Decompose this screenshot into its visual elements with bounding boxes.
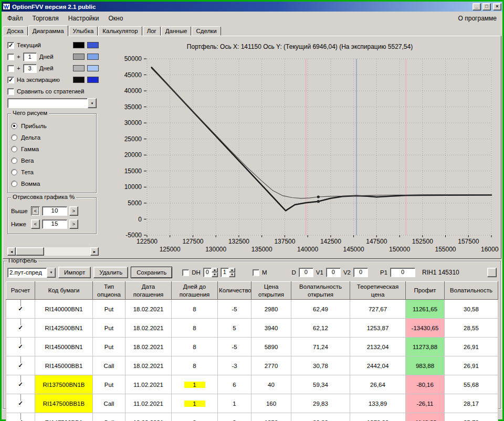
dh-spinner-2-value[interactable]: 1	[220, 268, 229, 277]
column-header[interactable]: Волатильность открытия	[291, 282, 350, 300]
strategy-combobox[interactable]: ▼	[7, 98, 97, 108]
v1-input[interactable]: 0	[326, 268, 341, 277]
above-percent-input[interactable]: 10	[42, 206, 67, 216]
row-checkbox[interactable]: ✓	[7, 413, 34, 421]
tab-data[interactable]: Данные	[161, 26, 192, 36]
current-color2-swatch[interactable]	[87, 42, 99, 48]
d-input[interactable]: 0	[299, 268, 313, 277]
column-header[interactable]: Количество	[218, 282, 251, 300]
delete-button[interactable]: Удалить	[93, 267, 128, 278]
maximize-button[interactable]: □	[482, 3, 491, 10]
row-checkbox[interactable]: ✓	[7, 319, 34, 338]
column-header[interactable]: Дата погашения	[125, 282, 172, 300]
column-header[interactable]: Тип опциона	[93, 282, 125, 300]
compare-strategy-checkbox[interactable]	[7, 88, 14, 95]
plus3-prefix: +	[17, 65, 20, 71]
scroll-left-icon[interactable]: ◄	[7, 247, 16, 256]
app-icon	[3, 3, 10, 10]
svg-text:25000: 25000	[124, 135, 142, 143]
row-checkbox[interactable]: ✓	[7, 356, 34, 375]
plus1-days-input[interactable]: 1	[23, 52, 37, 61]
current-checkbox[interactable]: ✓	[7, 42, 14, 49]
expiration-color2-swatch[interactable]	[87, 77, 99, 83]
m-checkbox[interactable]	[253, 269, 259, 276]
right-arrow-icon: >	[72, 208, 75, 214]
plus1-checkbox[interactable]	[7, 54, 14, 60]
tab-diagram[interactable]: Диаграмма	[28, 25, 68, 36]
expiration-color1-swatch[interactable]	[73, 77, 85, 83]
expiration-checkbox[interactable]: ✓	[7, 77, 14, 83]
column-header[interactable]: Дней до погашения	[172, 282, 218, 300]
dh-checkbox[interactable]	[182, 269, 189, 276]
save-button[interactable]: Сохранить	[131, 267, 172, 278]
cell-volatility: 28,17	[445, 394, 498, 413]
titlebar[interactable]: OptionFVV версия 2.1 public _ □ ×	[2, 2, 502, 12]
radio-profit[interactable]	[11, 123, 17, 129]
preset-combobox[interactable]: 2.пут-спред ▼	[7, 268, 56, 278]
row-checkbox[interactable]: ✓	[7, 300, 34, 319]
current-color1-swatch[interactable]	[73, 42, 85, 48]
below-decrease-button[interactable]: <	[31, 219, 40, 229]
tab-board[interactable]: Доска	[3, 26, 28, 36]
tab-calculator[interactable]: Калькулятор	[98, 26, 142, 36]
column-header[interactable]: Теоретическая цена	[350, 282, 406, 300]
above-decrease-button[interactable]: <	[31, 206, 40, 216]
minimize-icon: _	[475, 4, 478, 9]
plus3-checkbox[interactable]	[7, 65, 14, 72]
radio-delta[interactable]	[11, 134, 17, 141]
menu-trading[interactable]: Торговля	[28, 13, 64, 24]
preset-combobox-value: 2.пут-спред	[7, 268, 47, 278]
spin-down-icon[interactable]: ▼	[212, 272, 218, 277]
tab-smile[interactable]: Улыбка	[69, 26, 98, 36]
spin-down-icon[interactable]: ▼	[229, 272, 235, 277]
column-header[interactable]: Код бумаги	[35, 282, 93, 300]
above-increase-button[interactable]: >	[69, 206, 78, 216]
minimize-button[interactable]: _	[472, 3, 481, 10]
menu-about[interactable]: О программе	[454, 13, 501, 24]
plus3-days-input[interactable]: 3	[23, 64, 37, 73]
tab-log[interactable]: Лог	[143, 26, 161, 36]
row-checkbox[interactable]: ✓	[7, 375, 34, 394]
below-increase-button[interactable]: >	[69, 219, 78, 229]
menu-file[interactable]: Файл	[3, 13, 28, 24]
radio-theta[interactable]	[11, 169, 17, 175]
scrollbar-thumb[interactable]	[16, 247, 44, 256]
row-checkbox[interactable]: ✓	[7, 338, 34, 356]
dh-spinner-1[interactable]: 0 ▲▼	[203, 268, 218, 277]
chevron-down-icon[interactable]: ▼	[47, 268, 56, 278]
radio-vomma[interactable]	[11, 181, 17, 187]
column-header[interactable]: Профит	[406, 282, 445, 300]
chart-settings-panel: ✓ Текущий + 1 Дней + 3 Дней	[5, 38, 100, 257]
close-button[interactable]: ×	[493, 3, 501, 10]
column-header[interactable]: Цена открытия	[251, 282, 291, 300]
panel-horizontal-scrollbar[interactable]: ◄ ►	[7, 247, 99, 256]
v2-input[interactable]: 0	[353, 268, 368, 277]
cell-option-type: Call	[93, 356, 125, 375]
below-percent-input[interactable]: 15	[42, 219, 67, 229]
cell-expiry-date: 18.02.2021	[125, 300, 172, 319]
radio-gamma[interactable]	[11, 146, 17, 152]
dh-spinner-2[interactable]: 1 ▲▼	[220, 268, 235, 277]
plus3-color2-swatch[interactable]	[87, 65, 99, 71]
row-checkbox[interactable]: ✓	[7, 394, 34, 413]
menu-settings[interactable]: Настройки	[64, 13, 104, 24]
curve-row-current: ✓ Текущий	[7, 39, 99, 51]
menu-window[interactable]: Окно	[104, 13, 128, 24]
dh-spinner-1-value[interactable]: 0	[203, 268, 212, 277]
tab-deals[interactable]: Сделки	[192, 26, 220, 36]
portfolio-chart[interactable]: -500005000100001500020000250003000035000…	[101, 50, 499, 256]
column-header[interactable]: Расчет	[6, 282, 35, 300]
radio-vega[interactable]	[11, 157, 17, 164]
svg-text:155000: 155000	[435, 246, 456, 253]
scroll-right-icon[interactable]: ►	[90, 247, 99, 256]
spin-up-icon[interactable]: ▲	[212, 268, 218, 272]
import-button[interactable]: Импорт	[58, 267, 91, 278]
spin-up-icon[interactable]: ▲	[229, 268, 235, 272]
plus3-color1-swatch[interactable]	[73, 65, 85, 71]
chevron-down-icon[interactable]: ▼	[88, 98, 97, 108]
plus1-color1-swatch[interactable]	[73, 54, 85, 60]
plus1-color2-swatch[interactable]	[87, 54, 99, 60]
p1-input[interactable]: 0	[390, 268, 415, 277]
more-button[interactable]	[487, 268, 497, 277]
column-header[interactable]: Волатильность	[445, 282, 498, 300]
